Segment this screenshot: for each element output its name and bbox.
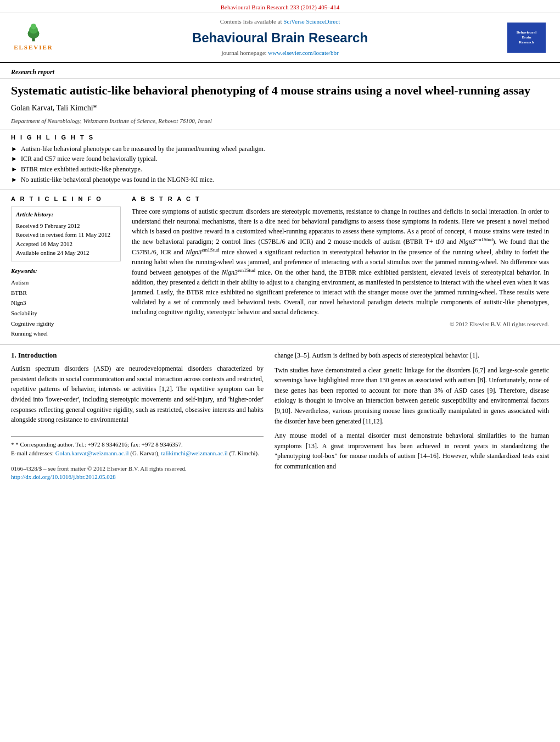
abstract-title: A B S T R A C T [132,195,549,203]
accepted-date: Accepted 16 May 2012 [16,239,116,249]
highlight-text-4: No autistic-like behavioral phenotype wa… [21,175,214,185]
corresponding-symbol: * [11,441,15,448]
journal-logo-box: BehaviouralBrainResearch [507,23,546,53]
left-column: 1. Introduction Autism spectrum disorder… [11,350,264,484]
email2-name: (T. Kimchi). [229,450,259,456]
highlight-arrow-4: ► [11,175,18,185]
right-para-2: Twin studies have demonstrated a clear g… [275,365,549,427]
highlight-text-2: ICR and C57 mice were found behaviorally… [21,154,158,164]
authors: Golan Karvat, Tali Kimchi* [0,101,560,116]
highlight-arrow-2: ► [11,154,18,164]
highlight-text-3: BTBR mice exhibited autistic-like phenot… [21,165,142,174]
abstract-text: Three core symptoms of autistic spectrum… [132,207,549,317]
article-info-abstract: A R T I C L E I N F O Article history: R… [0,189,560,345]
corresponding-footnote: * * Corresponding author. Tel.: +972 8 9… [11,440,264,449]
copyright-line: © 2012 Elsevier B.V. All rights reserved… [132,320,549,328]
article-info-col: A R T I C L E I N F O Article history: R… [11,195,121,339]
history-label: Article history: [16,210,116,219]
email1-name: (G. Karvat), [130,450,159,456]
right-para-1: change [3–5]. Autism is defined by both … [275,350,549,361]
abstract-col: A B S T R A C T Three core symptoms of a… [132,195,549,339]
journal-logo: BehaviouralBrainResearch [502,21,551,54]
keyword-autism: Autism [11,277,121,288]
elsevier-tree-icon [17,23,50,42]
keyword-btbr: BTBR [11,288,121,298]
svg-point-3 [31,24,37,30]
article-type: Research report [0,63,560,79]
elsevier-text: ELSEVIER [14,43,53,52]
journal-ref-text: Behavioural Brain Research 233 (2012) 40… [221,4,340,10]
homepage-line: journal homepage: www.elsevier.com/locat… [58,49,502,57]
journal-title: Behavioural Brain Research [58,29,502,47]
issn-line: 0166-4328/$ – see front matter © 2012 El… [11,465,253,473]
bottom-bar: 0166-4328/$ – see front matter © 2012 El… [11,462,264,484]
email-footnote: E-mail addresses: Golan.karvat@weizmann.… [11,449,264,458]
keyword-running: Running wheel [11,328,121,339]
highlights-title: H I G H L I G H T S [11,133,549,142]
keyword-sociability: Sociability [11,308,121,319]
keywords-label: Keywords: [11,267,121,275]
available-date: Available online 24 May 2012 [16,248,116,258]
contents-line: Contents lists available at SciVerse Sci… [58,18,502,26]
author-names: Golan Karvat, Tali Kimchi* [11,104,97,112]
right-column: change [3–5]. Autism is defined by both … [275,350,549,484]
homepage-link[interactable]: www.elsevier.com/locate/bbr [268,49,338,56]
history-box: Article history: Received 9 February 201… [11,207,121,261]
journal-header: ELSEVIER Contents lists available at Sci… [0,13,560,63]
intro-heading: 1. Introduction [11,350,264,360]
corresponding-text: * Corresponding author. Tel.: +972 8 934… [15,441,182,448]
email2-link[interactable]: talikimchi@weizmann.ac.il [161,450,227,456]
revised-date: Received in revised form 11 May 2012 [16,230,116,239]
highlight-item-3: ► BTBR mice exhibited autistic-like phen… [11,165,549,174]
main-content: 1. Introduction Autism spectrum disorder… [0,345,560,489]
highlight-item-2: ► ICR and C57 mice were found behavioral… [11,154,549,164]
keyword-cognitive: Cognitive rigidity [11,319,121,329]
email1-link[interactable]: Golan.karvat@weizmann.ac.il [55,450,129,456]
journal-center-header: Contents lists available at SciVerse Sci… [58,18,502,57]
intro-title: Introduction [18,351,57,359]
received-date: Received 9 February 2012 [16,221,116,231]
highlight-text-1: Autism-like behavioral phenotype can be … [21,144,265,154]
affiliation: Department of Neurobiology, Weizmann Ins… [0,116,560,130]
article-title: Systematic autistic-like behavioral phen… [0,79,560,101]
highlights-section: H I G H L I G H T S ► Autism-like behavi… [0,130,560,189]
right-para-3: Any mouse model of a mental disorder mus… [275,431,549,471]
journal-reference: Behavioural Brain Research 233 (2012) 40… [0,0,560,13]
highlight-arrow-3: ► [11,165,18,174]
showed-text: showed [237,248,257,256]
footnote-section: * * Corresponding author. Tel.: +972 8 9… [11,436,264,458]
intro-number: 1. [11,351,16,359]
email-label: E-mail addresses: [11,450,54,456]
elsevier-logo: ELSEVIER [9,21,58,54]
keyword-nlgn3: Nlgn3 [11,298,121,308]
doi-link[interactable]: http://dx.doi.org/10.1016/j.bbr.2012.05.… [11,473,116,480]
highlight-item-1: ► Autism-like behavioral phenotype can b… [11,144,549,154]
intro-paragraph-1: Autism spectrum disorders (ASD) are neur… [11,364,264,425]
sciverse-link[interactable]: SciVerse ScienceDirect [283,18,340,25]
highlight-item-4: ► No autistic-like behavioral phenotype … [11,175,549,185]
article-info-title: A R T I C L E I N F O [11,195,121,203]
highlight-arrow-1: ► [11,144,18,154]
doi-line: http://dx.doi.org/10.1016/j.bbr.2012.05.… [11,473,253,481]
